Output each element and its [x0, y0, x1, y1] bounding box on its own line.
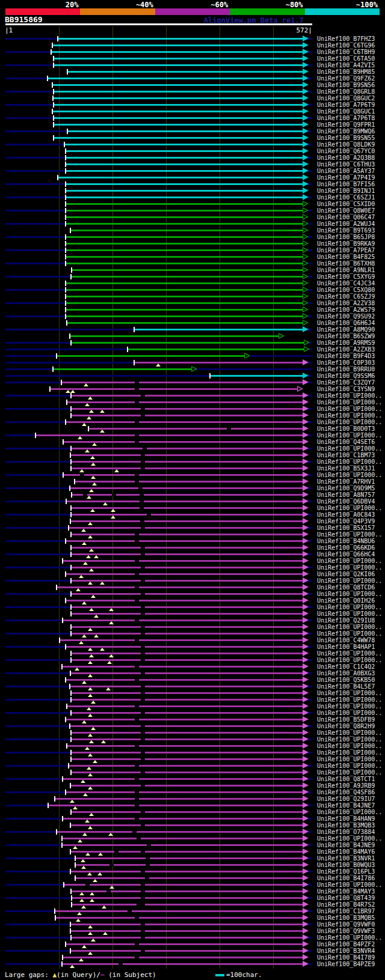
hit-label[interactable]: UniRef100_UPI000..	[317, 558, 382, 564]
hit-label[interactable]: UniRef100_A9RMS9	[317, 339, 375, 346]
hit-bar[interactable]	[54, 91, 303, 93]
hit-bar[interactable]	[66, 289, 303, 291]
arrowhead-icon[interactable]	[303, 782, 309, 788]
hit-label[interactable]: UniRef100_A8MQ90	[317, 326, 375, 333]
arrowhead-icon[interactable]	[303, 683, 309, 689]
hit-label[interactable]: UniRef100_C6SZJ1	[317, 194, 375, 201]
hit-bar[interactable]	[72, 507, 303, 509]
hit-bar[interactable]	[72, 811, 303, 813]
hit-label[interactable]: UniRef100_A5AY37	[317, 168, 375, 174]
arrowhead-icon[interactable]	[303, 769, 309, 775]
hit-label[interactable]: UniRef100_B9F4D3	[317, 353, 375, 359]
hit-bar[interactable]	[64, 884, 303, 886]
arrowhead-icon[interactable]	[303, 789, 309, 795]
hit-bar[interactable]	[72, 553, 303, 555]
hit-label[interactable]: UniRef100_Q4SET6	[317, 439, 375, 445]
arrowhead-icon[interactable]	[303, 710, 309, 716]
arrowhead-icon[interactable]	[303, 485, 309, 491]
arrowhead-icon[interactable]	[303, 95, 309, 101]
hit-label[interactable]: UniRef100_Q9SSM6	[317, 373, 375, 379]
hit-label[interactable]: UniRef100_C1BM73	[317, 452, 375, 458]
arrowhead-icon[interactable]	[303, 908, 309, 914]
hit-bar[interactable]	[70, 686, 303, 687]
hit-bar[interactable]	[75, 481, 303, 482]
hit-bar[interactable]	[63, 619, 303, 621]
hit-label[interactable]: UniRef100_UPI000..	[317, 710, 382, 716]
hit-bar[interactable]	[54, 368, 191, 370]
hit-bar[interactable]	[53, 84, 303, 86]
hit-bar[interactable]	[66, 196, 303, 198]
arrowhead-icon[interactable]	[303, 465, 309, 471]
arrowhead-icon[interactable]	[303, 544, 309, 550]
hit-bar[interactable]	[66, 203, 303, 205]
hit-bar[interactable]	[70, 725, 303, 727]
hit-bar[interactable]	[54, 58, 303, 59]
hit-label[interactable]: UniRef100_Q9FPR1	[317, 121, 375, 128]
hit-label[interactable]: UniRef100_Q8W0E7	[317, 207, 375, 214]
hit-bar[interactable]	[67, 705, 303, 707]
hit-bar[interactable]	[56, 917, 303, 919]
hit-bar[interactable]	[66, 210, 303, 212]
hit-bar[interactable]	[72, 514, 303, 516]
hit-bar[interactable]	[54, 104, 303, 106]
arrowhead-icon[interactable]	[303, 934, 309, 940]
hit-bar[interactable]	[57, 831, 303, 833]
hit-bar[interactable]	[67, 745, 303, 747]
hit-label[interactable]: UniRef100_A0BXG3	[317, 670, 375, 677]
hit-label[interactable]: UniRef100_C6TA50	[317, 55, 375, 62]
arrowhead-icon[interactable]	[303, 359, 309, 365]
arrowhead-icon[interactable]	[303, 941, 309, 947]
hit-bar[interactable]	[51, 388, 297, 390]
hit-label[interactable]: UniRef100_UPI000..	[317, 564, 382, 571]
hit-label[interactable]: UniRef100_Q66HC4	[317, 551, 375, 558]
arrowhead-icon[interactable]	[303, 148, 309, 154]
hit-bar[interactable]	[36, 434, 303, 436]
hit-label[interactable]: UniRef100_UPI000..	[317, 505, 382, 511]
hit-bar[interactable]	[69, 765, 303, 767]
hit-label[interactable]: UniRef100_B4JNE9	[317, 842, 375, 848]
hit-label[interactable]: UniRef100_B7FI56	[317, 181, 375, 187]
hit-bar[interactable]	[72, 653, 303, 654]
arrowhead-icon[interactable]	[303, 703, 309, 709]
hit-bar[interactable]	[66, 256, 303, 258]
hit-bar[interactable]	[72, 752, 303, 753]
arrowhead-icon[interactable]	[303, 663, 309, 669]
hit-bar[interactable]	[52, 51, 303, 53]
hit-label[interactable]: UniRef100_C5XYG9	[317, 273, 375, 280]
arrowhead-icon[interactable]	[303, 458, 309, 464]
arrowhead-icon[interactable]	[303, 802, 309, 808]
hit-bar[interactable]	[67, 501, 303, 502]
arrowhead-icon[interactable]	[303, 848, 309, 854]
arrowhead-icon[interactable]	[303, 862, 309, 868]
hit-bar[interactable]	[64, 474, 303, 476]
hit-label[interactable]: UniRef100_Q2KI06	[317, 571, 375, 577]
hit-label[interactable]: UniRef100_B5X157	[317, 525, 375, 531]
arrowhead-icon[interactable]	[303, 815, 309, 821]
hit-label[interactable]: UniRef100_B4HAN9	[317, 815, 375, 822]
arrowhead-icon[interactable]	[303, 432, 309, 438]
hit-label[interactable]: UniRef100_Q8GUC2	[317, 95, 375, 102]
hit-label[interactable]: UniRef100_B4PZE9	[317, 961, 375, 967]
hit-label[interactable]: UniRef100_UPI000..	[317, 458, 382, 465]
arrowhead-icon[interactable]	[303, 610, 309, 616]
arrowhead-icon[interactable]	[303, 194, 309, 200]
arrowhead-icon[interactable]	[303, 637, 309, 643]
hit-label[interactable]: UniRef100_A7P6T9	[317, 102, 375, 108]
arrowhead-icon[interactable]	[303, 82, 309, 88]
hit-label[interactable]: UniRef100_Q29IU8	[317, 617, 375, 624]
arrowhead-icon[interactable]	[303, 690, 309, 696]
hit-label[interactable]: UniRef100_UPI000..	[317, 835, 382, 842]
hit-bar[interactable]	[71, 871, 303, 872]
hit-label[interactable]: UniRef100_Q29IU7	[317, 796, 375, 802]
hit-label[interactable]: UniRef100_B4I789	[317, 954, 375, 961]
hit-bar[interactable]	[53, 111, 303, 112]
arrowhead-icon[interactable]	[303, 835, 309, 841]
hit-bar[interactable]	[72, 904, 303, 905]
arrowhead-icon[interactable]	[303, 617, 309, 623]
hit-bar[interactable]	[57, 355, 244, 357]
hit-label[interactable]: UniRef100_A2ZV38	[317, 300, 375, 306]
arrowhead-icon[interactable]	[303, 419, 309, 425]
arrowhead-icon[interactable]	[303, 518, 309, 524]
hit-bar[interactable]	[72, 897, 303, 899]
hit-label[interactable]: UniRef100_Q9VWF3	[317, 928, 375, 934]
